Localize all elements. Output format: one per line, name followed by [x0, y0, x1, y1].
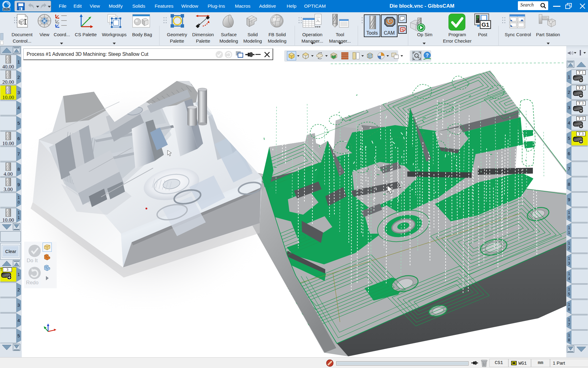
svg-text:?: ? [426, 53, 429, 58]
svg-text:2026: 2026 [3, 8, 10, 11]
svg-text:G1: G1 [481, 21, 489, 28]
